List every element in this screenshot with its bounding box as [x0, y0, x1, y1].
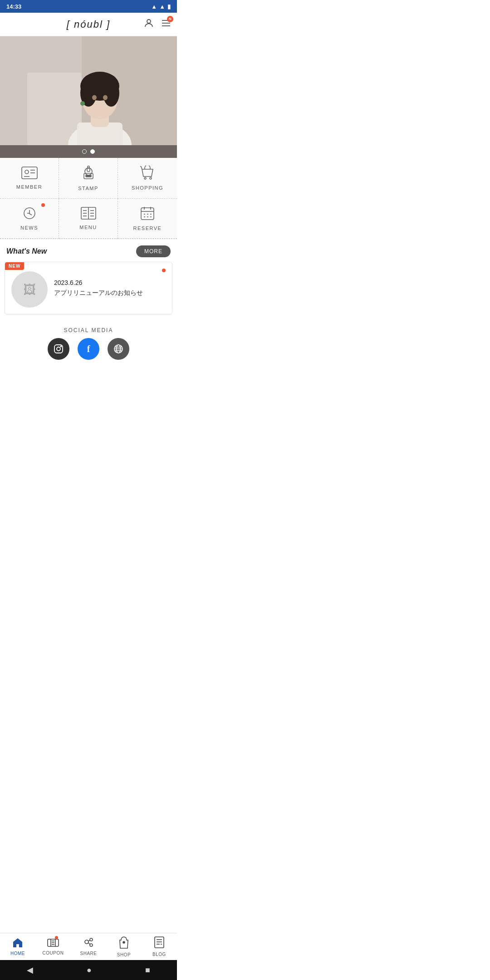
carousel-dots-bar [0, 145, 177, 158]
news-thumbnail: 🖼 [11, 271, 48, 308]
grid-item-member[interactable]: MEMBER [0, 158, 59, 199]
svg-point-51 [61, 346, 62, 347]
member-label: MEMBER [16, 184, 42, 190]
instagram-button[interactable] [48, 338, 69, 360]
status-bar: 14:33 ▲ ▲ ▮ [0, 0, 177, 13]
svg-rect-26 [88, 166, 89, 168]
svg-point-28 [150, 177, 152, 179]
new-badge: NEW [5, 262, 24, 270]
app-logo: [ nóubl ] [67, 19, 110, 30]
whats-new-title: What's New [6, 247, 47, 255]
reserve-label: RESERVE [133, 225, 162, 231]
news-content: 2023.6.26 アプリリニューアルのお知らせ [54, 279, 166, 297]
menu-label: MENU [79, 225, 97, 230]
carousel-dot-1[interactable] [82, 149, 87, 154]
grid-item-shopping[interactable]: SHOPPING [118, 158, 177, 199]
shopping-icon [140, 166, 155, 182]
reserve-icon [140, 206, 155, 223]
svg-point-14 [92, 95, 97, 100]
svg-point-18 [25, 170, 29, 174]
grid-menu: MEMBER STAMP [0, 158, 177, 239]
grid-item-news[interactable]: NEWS [0, 199, 59, 239]
news-unread-dot [162, 269, 166, 272]
svg-point-15 [103, 95, 108, 100]
svg-point-0 [147, 20, 151, 23]
news-card[interactable]: NEW 🖼 2023.6.26 アプリリニューアルのお知らせ [5, 262, 172, 314]
wifi-icon: ▲ [151, 3, 157, 10]
svg-point-27 [144, 177, 146, 179]
grid-item-stamp[interactable]: STAMP [59, 158, 118, 199]
svg-point-13 [103, 79, 119, 107]
whats-new-section: What's New MORE [0, 239, 177, 262]
grid-item-menu[interactable]: MENU [59, 199, 118, 239]
social-media-section: SOCIAL MEDIA f [0, 321, 177, 367]
signal-icon: ▲ [159, 3, 165, 10]
header-actions: N [143, 18, 172, 31]
more-button[interactable]: MORE [136, 245, 171, 257]
image-placeholder-icon: 🖼 [23, 282, 36, 297]
profile-button[interactable] [143, 18, 154, 31]
status-time: 14:33 [6, 3, 21, 10]
stamp-icon [81, 165, 96, 183]
social-icons-row: f [5, 338, 172, 363]
shopping-label: SHOPPING [132, 185, 163, 191]
hero-banner[interactable] [0, 36, 177, 145]
facebook-icon: f [87, 344, 90, 354]
carousel-dot-2[interactable] [90, 149, 95, 154]
stamp-label: STAMP [78, 186, 98, 191]
member-icon [21, 167, 38, 181]
globe-icon [113, 344, 123, 354]
grid-item-reserve[interactable]: RESERVE [118, 199, 177, 239]
person-icon [143, 18, 154, 29]
notification-badge: N [167, 16, 173, 22]
menu-button[interactable]: N [161, 18, 172, 31]
svg-point-50 [57, 347, 60, 351]
menu-book-icon [81, 207, 96, 222]
social-media-label: SOCIAL MEDIA [5, 327, 172, 333]
facebook-button[interactable]: f [78, 338, 99, 360]
app-header: [ nóubl ] N [0, 13, 177, 36]
status-icons: ▲ ▲ ▮ [151, 3, 171, 10]
news-date: 2023.6.26 [54, 279, 166, 286]
website-button[interactable] [108, 338, 129, 360]
news-icon [23, 206, 36, 222]
news-label: NEWS [20, 225, 38, 230]
svg-point-16 [80, 101, 85, 106]
news-notification-dot [41, 203, 45, 207]
hero-image [0, 36, 177, 145]
svg-rect-39 [141, 208, 154, 220]
scroll-content: MEMBER STAMP [0, 36, 177, 417]
news-text: アプリリニューアルのお知らせ [54, 289, 166, 297]
battery-icon: ▮ [167, 3, 171, 10]
instagram-icon [54, 344, 64, 354]
